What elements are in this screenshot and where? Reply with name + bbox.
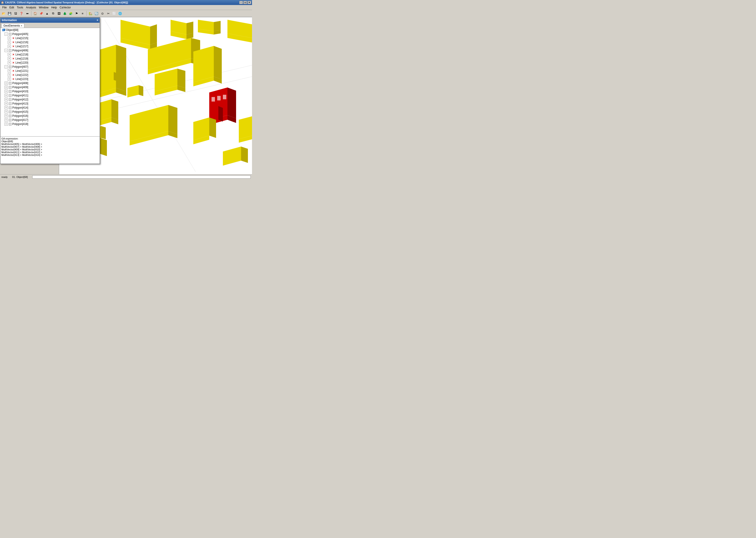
tree-item-line1217[interactable]: + ✕ Line[1217]: [0, 44, 99, 48]
tree-item-line1215[interactable]: + ✕ Line[1215]: [0, 36, 99, 40]
expand-poly410[interactable]: +: [5, 90, 8, 93]
tree-item-poly416[interactable]: + Polygon[416]: [0, 114, 99, 118]
toolbar-save-btn[interactable]: 💾: [7, 11, 12, 16]
tree-item-line1223[interactable]: + ✕ Line[1223]: [0, 77, 99, 81]
tree-item-line1220[interactable]: + ✕ Line[1220]: [0, 61, 99, 65]
tree-label-line1220: Line[1220]: [16, 61, 28, 64]
expand-line1223[interactable]: +: [8, 78, 11, 81]
tree-item-poly407[interactable]: − Polygon[407]: [0, 65, 99, 69]
polygon-icon-411: [8, 94, 12, 97]
close-button[interactable]: ✕: [247, 1, 251, 4]
ga-line-3: MultiVector[407] + MultiVector[408] +: [1, 145, 99, 148]
expand-line1220[interactable]: +: [8, 61, 11, 64]
toolbar-layers-btn[interactable]: ≡: [80, 11, 85, 16]
expand-line1217[interactable]: +: [8, 45, 11, 48]
expand-poly416[interactable]: +: [5, 114, 8, 118]
expand-poly409[interactable]: +: [5, 86, 8, 89]
geo-elements-tab-close[interactable]: ×: [21, 25, 22, 27]
expand-poly408[interactable]: +: [5, 81, 8, 85]
expand-poly415[interactable]: +: [5, 110, 8, 113]
menu-edit[interactable]: Edit: [8, 5, 16, 10]
toolbar-help-btn[interactable]: ❓: [19, 11, 24, 16]
tree-item-poly406[interactable]: − Polygon[406]: [0, 48, 99, 52]
expand-line1222[interactable]: +: [8, 74, 11, 77]
toolbar-back-btn[interactable]: ⬅: [25, 11, 30, 16]
tree-label-line1217: Line[1217]: [16, 45, 28, 48]
tree-label-poly416: Polygon[416]: [12, 114, 28, 118]
tree-item-poly418[interactable]: + Polygon[418]: [0, 122, 99, 126]
tree-item-line1222[interactable]: + ✕ Line[1222]: [0, 73, 99, 77]
toolbar-pin-btn[interactable]: 📌: [38, 11, 44, 16]
tree-item-object68[interactable]: Object[68]: [0, 28, 99, 32]
tree-item-poly413[interactable]: + Polygon[413]: [0, 102, 99, 106]
line-icon-1215: ✕: [11, 36, 15, 40]
tree-view[interactable]: Object[68] − Polygon[405]: [0, 28, 99, 136]
workspace-panel: Workspace × 🗂 Data ├─ 🗂 ... Information …: [0, 17, 59, 174]
toolbar-radio-btn[interactable]: ⊙: [99, 11, 105, 16]
toolbar-home-btn[interactable]: 🏠: [32, 11, 38, 16]
tree-item-poly410[interactable]: + Polygon[410]: [0, 89, 99, 93]
tree-item-poly409[interactable]: + Polygon[409]: [0, 85, 99, 89]
minimize-button[interactable]: ─: [239, 1, 243, 4]
tree-item-poly414[interactable]: + Polygon[414]: [0, 106, 99, 110]
tree-item-poly405[interactable]: − Polygon[405]: [0, 32, 99, 36]
menu-window[interactable]: Window: [37, 5, 50, 10]
tree-item-line1219[interactable]: + ✕ Line[1219]: [0, 57, 99, 61]
toolbar-box-btn[interactable]: ⬜: [111, 11, 117, 16]
expand-poly411[interactable]: +: [5, 94, 8, 97]
toolbar-puzzle-btn[interactable]: 🧩: [68, 11, 74, 16]
toolbar-tri-btn[interactable]: ▲: [44, 11, 50, 16]
svg-rect-3: [9, 33, 11, 35]
tree-item-poly408[interactable]: + Polygon[408]: [0, 81, 99, 85]
expand-line1218[interactable]: +: [8, 53, 11, 56]
expand-poly417[interactable]: +: [5, 118, 8, 122]
tree-item-line1218[interactable]: + ✕ Line[1218]: [0, 52, 99, 57]
line-icon-1222: ✕: [11, 73, 15, 77]
svg-rect-12: [9, 107, 11, 109]
app-icon: 🏠: [1, 1, 4, 4]
toolbar-refresh-btn[interactable]: 🔄: [94, 11, 99, 16]
expand-poly414[interactable]: +: [5, 106, 8, 109]
info-panel-header: Information ×: [0, 18, 99, 23]
expand-poly407[interactable]: −: [5, 65, 8, 68]
tree-item-poly411[interactable]: + Polygon[411]: [0, 93, 99, 97]
toolbar-scissors-btn[interactable]: ✂: [105, 11, 111, 16]
menu-cavector[interactable]: CaVector: [58, 5, 72, 10]
tree-item-poly417[interactable]: + Polygon[417]: [0, 118, 99, 122]
tree-label-poly412: Polygon[412]: [12, 98, 28, 101]
expand-line1221[interactable]: +: [8, 69, 11, 73]
expand-poly418[interactable]: +: [5, 123, 8, 126]
expand-poly413[interactable]: +: [5, 102, 8, 105]
toolbar-house2-btn[interactable]: 🏡: [88, 11, 93, 16]
expand-poly412[interactable]: +: [5, 98, 8, 101]
expand-line1216[interactable]: +: [8, 41, 11, 44]
toolbar-img-btn[interactable]: 🖼: [56, 11, 62, 16]
polygon-icon-417: [8, 118, 12, 122]
expand-poly406[interactable]: −: [5, 49, 8, 52]
tree-item-poly415[interactable]: + Polygon[415]: [0, 110, 99, 114]
geo-elements-tab[interactable]: GeoElements ×: [1, 24, 24, 28]
restore-button[interactable]: ▭: [243, 1, 247, 4]
tree-item-poly412[interactable]: + Polygon[412]: [0, 97, 99, 102]
expand-line1215[interactable]: +: [8, 36, 11, 40]
menu-tools[interactable]: Tools: [16, 5, 25, 10]
tree-label-line1223: Line[1223]: [16, 78, 28, 81]
info-close-button[interactable]: ×: [97, 19, 98, 22]
toolbar-globe-btn[interactable]: 🌐: [117, 11, 123, 16]
menu-analysis[interactable]: Analysis: [25, 5, 37, 10]
main-area: Workspace × 🗂 Data ├─ 🗂 ... Information …: [0, 17, 252, 174]
tree-item-line1221[interactable]: + ✕ Line[1221]: [0, 69, 99, 73]
toolbar-open-btn[interactable]: 📂: [1, 11, 6, 16]
tree-container: Object[68] − Polygon[405]: [0, 28, 99, 136]
tree-item-line1216[interactable]: + ✕ Line[1216]: [0, 40, 99, 44]
toolbar-flag-btn[interactable]: ⚑: [74, 11, 79, 16]
expand-poly405[interactable]: −: [5, 32, 8, 36]
expand-line1219[interactable]: +: [8, 57, 11, 60]
toolbar-tree-btn[interactable]: 🌲: [62, 11, 68, 16]
toolbar-save2-btn[interactable]: 🖫: [13, 11, 18, 16]
menu-file[interactable]: File: [1, 5, 8, 10]
toolbar-copy-btn[interactable]: ⧉: [50, 11, 56, 16]
menu-help[interactable]: Help: [50, 5, 58, 10]
window-title: CAUSTA: Clifford Algebra based Unified S…: [5, 1, 128, 4]
tree-label-poly413: Polygon[413]: [12, 102, 28, 105]
